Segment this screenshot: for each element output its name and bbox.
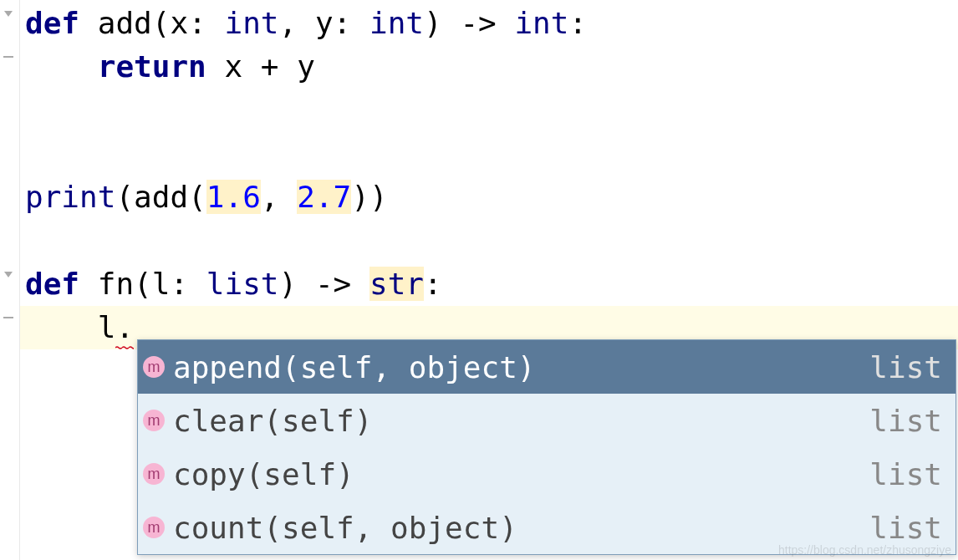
param: y [315,6,334,40]
function-name: fn [98,267,134,301]
type-annotation: int [369,6,424,40]
completion-type: list [869,511,942,545]
code-line[interactable]: def add(x: int, y: int) -> int: [20,2,958,45]
completion-label: count(self, object) [173,511,869,545]
code-line[interactable]: return x + y [20,45,958,89]
number-literal: 2.7 [297,180,351,214]
call-name: add [134,180,188,214]
number-literal: 1.6 [206,180,261,214]
method-icon: m [143,356,165,378]
param: x [170,6,188,40]
fold-marker-icon[interactable] [2,267,15,281]
code-line[interactable]: def fn(l: list) -> str: [20,262,958,306]
completion-label: append(self, object) [173,350,869,384]
variable: l [98,310,116,344]
param: l [152,267,171,301]
completion-label: copy(self) [173,457,869,491]
dot-operator: . [115,310,134,344]
fold-end-icon [2,50,15,64]
function-name: add [98,6,152,40]
completion-item[interactable]: m append(self, object) list [138,340,955,394]
code-line[interactable]: print(add(1.6, 2.7)) [20,176,958,219]
completion-item[interactable]: m clear(self) list [138,394,955,447]
return-type: str [369,267,424,301]
keyword-def: def [25,267,79,301]
fold-end-icon [2,311,15,324]
completion-label: clear(self) [173,404,869,438]
keyword-return: return [98,49,206,84]
return-type: int [514,6,568,40]
builtin-print: print [25,180,115,214]
method-icon: m [143,517,165,538]
completion-type: list [869,404,942,438]
completion-type: list [869,457,942,491]
type-annotation: list [206,267,279,301]
completion-item[interactable]: m copy(self) list [138,447,955,501]
editor-gutter [0,0,20,560]
watermark-text: https://blog.csdn.net/zhusongziye [778,543,951,557]
completion-type: list [869,350,942,384]
code-editor[interactable]: def add(x: int, y: int) -> int: return x… [20,0,958,349]
keyword-def: def [25,6,79,40]
method-icon: m [143,410,165,431]
method-icon: m [143,463,165,485]
arrow: -> [460,6,496,40]
arrow: -> [315,267,351,301]
code-line[interactable] [20,89,958,132]
code-line[interactable] [20,132,958,176]
code-line[interactable] [20,219,958,262]
completion-popup[interactable]: m append(self, object) list m clear(self… [137,339,956,555]
fold-marker-icon[interactable] [2,7,15,20]
type-annotation: int [225,6,279,40]
